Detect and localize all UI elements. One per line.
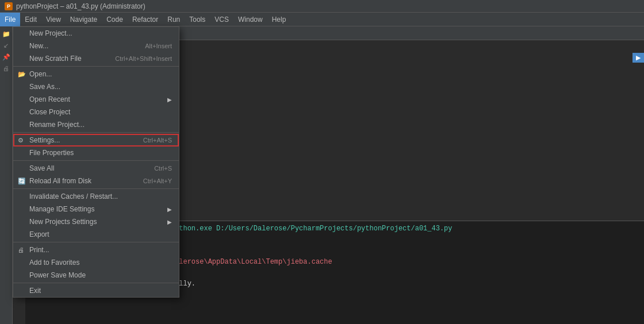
menu-item-navigate[interactable]: Navigate xyxy=(66,13,102,26)
power-save-mode-label: Power Save Mode xyxy=(29,271,86,279)
open-folder-icon: 📂 xyxy=(18,71,26,78)
title-bar: P pythonProject – a01_43.py (Administrat… xyxy=(0,0,644,13)
menu-label-vcs: VCS xyxy=(214,16,229,24)
print-icon: 🖨 xyxy=(18,246,24,253)
open-recent-arrow: ▶ xyxy=(167,97,172,103)
window-title: pythonProject – a01_43.py (Administrator… xyxy=(16,2,145,10)
sidebar-icon-pin[interactable]: 📌 xyxy=(1,52,12,62)
add-to-favorites-label: Add to Favorites xyxy=(29,259,79,267)
menu-save-as[interactable]: Save As... xyxy=(13,80,179,93)
manage-ide-label: Manage IDE Settings xyxy=(29,205,94,213)
separator-5 xyxy=(13,242,179,242)
menu-save-all[interactable]: Save All Ctrl+S xyxy=(13,162,179,175)
reload-all-shortcut: Ctrl+Alt+Y xyxy=(143,178,172,184)
save-as-label: Save As... xyxy=(29,83,60,91)
save-all-shortcut: Ctrl+S xyxy=(154,165,172,172)
menu-label-navigate: Navigate xyxy=(70,16,97,24)
menu-invalidate-caches[interactable]: Invalidate Caches / Restart... xyxy=(13,190,179,203)
menu-label-refactor: Refactor xyxy=(132,16,158,24)
settings-label: Settings... xyxy=(29,136,60,144)
menu-item-file[interactable]: File xyxy=(0,13,20,26)
file-properties-label: File Properties xyxy=(29,149,74,157)
menu-item-tools[interactable]: Tools xyxy=(185,13,210,26)
close-project-label: Close Project xyxy=(29,108,70,116)
menu-label-code: Code xyxy=(106,16,123,24)
menu-bar: File Edit View Navigate Code Refactor Ru… xyxy=(0,13,644,26)
reload-icon: 🔄 xyxy=(18,178,26,185)
settings-gear-icon: ⚙ xyxy=(18,137,24,144)
new-scratch-shortcut: Ctrl+Alt+Shift+Insert xyxy=(115,55,172,62)
menu-add-to-favorites[interactable]: Add to Favorites xyxy=(13,256,179,269)
file-dropdown-menu: New Project... New... Alt+Insert New Scr… xyxy=(13,26,179,298)
menu-close-project[interactable]: Close Project xyxy=(13,106,179,118)
sidebar-icon-print[interactable]: 🖨 xyxy=(1,63,12,74)
save-all-label: Save All xyxy=(29,164,54,172)
menu-open-recent[interactable]: Open Recent ▶ xyxy=(13,93,179,106)
new-scratch-label: New Scratch File xyxy=(29,55,82,63)
menu-item-window[interactable]: Window xyxy=(233,13,267,26)
settings-shortcut: Ctrl+Alt+S xyxy=(143,137,172,144)
main-area: 📁 ↙ 📌 🖨 .py 将键盘输入的话分词后，按逆序输出 import jieb… xyxy=(0,26,644,324)
sidebar-icon-arrow[interactable]: ↙ xyxy=(1,40,12,51)
separator-6 xyxy=(13,283,179,283)
exit-label: Exit xyxy=(29,287,41,295)
menu-label-run: Run xyxy=(167,16,180,24)
print-label: Print... xyxy=(29,246,49,254)
menu-exit[interactable]: Exit xyxy=(13,284,179,297)
open-label: Open... xyxy=(29,70,52,78)
menu-settings[interactable]: ⚙ Settings... Ctrl+Alt+S xyxy=(13,134,179,146)
menu-file-properties[interactable]: File Properties xyxy=(13,146,179,159)
menu-print[interactable]: 🖨 Print... xyxy=(13,244,179,256)
left-sidebar: 📁 ↙ 📌 🖨 xyxy=(0,26,13,324)
app-icon-text: P xyxy=(7,3,10,9)
export-label: Export xyxy=(29,230,49,238)
new-projects-settings-label: New Projects Settings xyxy=(29,218,97,226)
menu-new-scratch-file[interactable]: New Scratch File Ctrl+Alt+Shift+Insert xyxy=(13,52,179,65)
new-shortcut: Alt+Insert xyxy=(145,43,172,49)
menu-item-run[interactable]: Run xyxy=(163,13,185,26)
separator-1 xyxy=(13,66,179,67)
menu-item-help[interactable]: Help xyxy=(267,13,291,26)
menu-power-save-mode[interactable]: Power Save Mode xyxy=(13,269,179,281)
menu-export[interactable]: Export xyxy=(13,228,179,241)
menu-item-vcs[interactable]: VCS xyxy=(210,13,233,26)
menu-label-file: File xyxy=(5,16,16,24)
reload-all-label: Reload All from Disk xyxy=(29,177,91,185)
run-button[interactable]: ▶ xyxy=(632,53,644,63)
separator-4 xyxy=(13,188,179,189)
new-label: New... xyxy=(29,42,48,50)
menu-new-project[interactable]: New Project... xyxy=(13,27,179,40)
menu-label-view: View xyxy=(46,16,61,24)
sidebar-icon-folder[interactable]: 📁 xyxy=(1,29,12,39)
rename-project-label: Rename Project... xyxy=(29,121,85,129)
menu-item-edit[interactable]: Edit xyxy=(20,13,41,26)
separator-3 xyxy=(13,160,179,161)
menu-label-edit: Edit xyxy=(25,16,37,24)
menu-new[interactable]: New... Alt+Insert xyxy=(13,40,179,52)
menu-label-tools: Tools xyxy=(189,16,205,24)
menu-manage-ide[interactable]: Manage IDE Settings ▶ xyxy=(13,203,179,215)
app-icon: P xyxy=(5,2,13,10)
menu-label-help: Help xyxy=(272,16,286,24)
menu-item-code[interactable]: Code xyxy=(102,13,128,26)
menu-item-view[interactable]: View xyxy=(41,13,66,26)
open-recent-label: Open Recent xyxy=(29,95,70,103)
menu-label-window: Window xyxy=(238,16,263,24)
menu-rename-project[interactable]: Rename Project... xyxy=(13,118,179,131)
menu-new-projects-settings[interactable]: New Projects Settings ▶ xyxy=(13,215,179,228)
separator-2 xyxy=(13,132,179,133)
run-icon: ▶ xyxy=(636,54,641,61)
manage-ide-arrow: ▶ xyxy=(167,206,172,213)
menu-open[interactable]: 📂 Open... xyxy=(13,68,179,80)
menu-reload-all[interactable]: 🔄 Reload All from Disk Ctrl+Alt+Y xyxy=(13,175,179,187)
invalidate-caches-label: Invalidate Caches / Restart... xyxy=(29,192,118,200)
menu-item-refactor[interactable]: Refactor xyxy=(128,13,163,26)
new-project-label: New Project... xyxy=(29,29,72,37)
new-projects-settings-arrow: ▶ xyxy=(167,219,172,225)
